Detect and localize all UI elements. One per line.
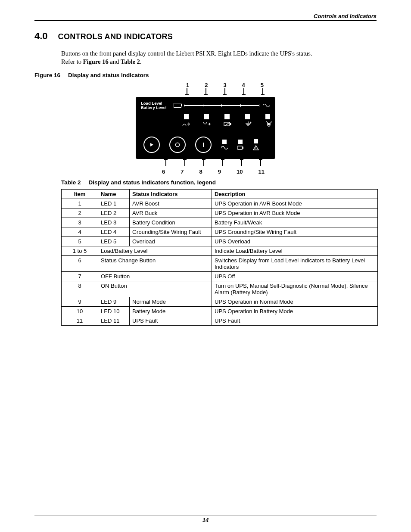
cell-desc: UPS Grounding/Site Wiring Fault: [212, 227, 378, 236]
intro-line2a: Refer to: [61, 58, 83, 65]
intro-paragraph: Buttons on the front panel display contr…: [61, 50, 377, 66]
callout-6: 6: [162, 168, 165, 175]
callout-9: 9: [218, 168, 221, 175]
cell-status: Normal Mode: [130, 297, 212, 306]
cell-status: Battery Mode: [130, 306, 212, 316]
cell-name-status-merged: Status Change Button: [98, 255, 212, 271]
svg-point-8: [268, 123, 270, 125]
ground-fault-icon: [244, 121, 252, 127]
cell-item: 10: [62, 306, 98, 316]
figure-16: 1 2 3 4 5 Load Level Battery Level: [34, 82, 377, 175]
top-led-row: [184, 114, 270, 119]
table-caption: Table 2Display and status indicators fun…: [61, 179, 377, 186]
overload-icon: [265, 121, 273, 127]
svg-point-7: [250, 122, 251, 123]
top-ticks: [73, 88, 377, 96]
callout-10: 10: [237, 168, 243, 175]
cell-item: 5: [62, 236, 98, 246]
callout-5: 5: [261, 82, 264, 88]
level-labels: Load Level Battery Level: [141, 101, 173, 110]
cell-item: 9: [62, 297, 98, 306]
button-row: [143, 137, 270, 153]
battery-mode-icon: [237, 146, 243, 150]
led-11-group: [253, 139, 259, 150]
page-number: 14: [202, 517, 209, 523]
table-row: 1 to 5Load/Battery LevelIndicate Load/Ba…: [62, 246, 378, 255]
th-item: Item: [62, 189, 98, 199]
callout-7: 7: [181, 168, 184, 175]
callout-3: 3: [223, 82, 226, 88]
cell-status: UPS Fault: [130, 316, 212, 325]
cell-status: AVR Boost: [130, 199, 212, 208]
bottom-ticks: [50, 160, 377, 168]
table-row: 3LED 3Battery ConditionBattery Fault/Wea…: [62, 218, 378, 227]
callout-2: 2: [205, 82, 208, 88]
table-row: 10LED 10Battery ModeUPS Operation in Bat…: [62, 306, 378, 316]
table-row: 8ON ButtonTurn on UPS, Manual Self-Diagn…: [62, 281, 378, 297]
led-9: [222, 140, 227, 144]
callout-11: 11: [258, 168, 264, 175]
cell-desc: Indicate Load/Battery Level: [212, 246, 378, 255]
table-title: Display and status indicators function, …: [89, 179, 216, 186]
level-ruler: [184, 105, 259, 106]
battery-level-label: Battery Level: [141, 106, 173, 110]
cell-name-status-merged: ON Button: [98, 281, 212, 297]
svg-line-9: [266, 121, 267, 122]
fault-icon: [253, 145, 259, 150]
battery-condition-icon: [224, 121, 231, 127]
cell-desc: UPS Off: [212, 271, 378, 281]
figure-ref: Figure 16: [83, 58, 109, 65]
normal-mode-icon: [221, 146, 228, 150]
cell-name: LED 2: [98, 208, 130, 218]
figure-caption: Figure 16Display and status indicators: [34, 72, 377, 78]
led-1: [184, 114, 189, 119]
table-row: 4LED 4Grounding/Site Wiring FaultUPS Gro…: [62, 227, 378, 236]
th-name: Name: [98, 189, 130, 199]
cell-item: 3: [62, 218, 98, 227]
cell-item: 7: [62, 271, 98, 281]
bottom-callouts: 6 7 8 9 10 11: [50, 168, 377, 175]
table-header-row: Item Name Status Indicators Description: [62, 189, 378, 199]
callout-8: 8: [199, 168, 202, 175]
intro-line1: Buttons on the front panel display contr…: [61, 50, 312, 57]
avr-boost-icon: [182, 121, 190, 127]
svg-line-10: [271, 121, 272, 122]
led-5: [265, 114, 270, 119]
table-row: 11LED 11UPS FaultUPS Fault: [62, 316, 378, 325]
section-number: 4.0: [34, 31, 48, 42]
cell-desc: Turn on UPS, Manual Self-Diagnostic (Nor…: [212, 281, 378, 297]
svg-rect-1: [230, 123, 231, 125]
cell-status: Battery Condition: [130, 218, 212, 227]
battery-icon: [174, 103, 181, 108]
cell-item: 4: [62, 227, 98, 236]
figure-title: Display and status indicators: [68, 72, 149, 78]
cell-name: LED 3: [98, 218, 130, 227]
intro-line2b: and: [109, 58, 121, 65]
table-row: 9LED 9Normal ModeUPS Operation in Normal…: [62, 297, 378, 306]
section-heading: 4.0 CONTROLS AND INDICATORS: [34, 31, 377, 42]
figure-label: Figure 16: [34, 72, 60, 78]
table-row: 2LED 2AVR BuckUPS Operation in AVR Buck …: [62, 208, 378, 218]
cell-status: Grounding/Site Wiring Fault: [130, 227, 212, 236]
cell-item: 6: [62, 255, 98, 271]
cell-item: 1: [62, 199, 98, 208]
cell-desc: UPS Operation in Battery Mode: [212, 306, 378, 316]
cell-name-status-merged: Load/Battery Level: [98, 246, 212, 255]
led-4: [245, 114, 250, 119]
cell-name: LED 4: [98, 227, 130, 236]
page-footer: 14: [34, 516, 377, 523]
svg-rect-14: [238, 146, 242, 149]
svg-point-12: [176, 143, 180, 146]
sine-icon: [262, 103, 270, 108]
cell-desc: UPS Fault: [212, 316, 378, 325]
led-10-group: [237, 140, 243, 150]
led-2: [204, 114, 209, 119]
svg-marker-11: [150, 143, 153, 146]
table-2: Item Name Status Indicators Description …: [61, 189, 378, 326]
status-change-button: [143, 137, 160, 153]
led-10: [238, 140, 243, 144]
led-9-group: [221, 140, 228, 150]
cell-desc: UPS Operation in AVR Buck Mode: [212, 208, 378, 218]
table-row: 7OFF ButtonUPS Off: [62, 271, 378, 281]
callout-4: 4: [242, 82, 245, 88]
